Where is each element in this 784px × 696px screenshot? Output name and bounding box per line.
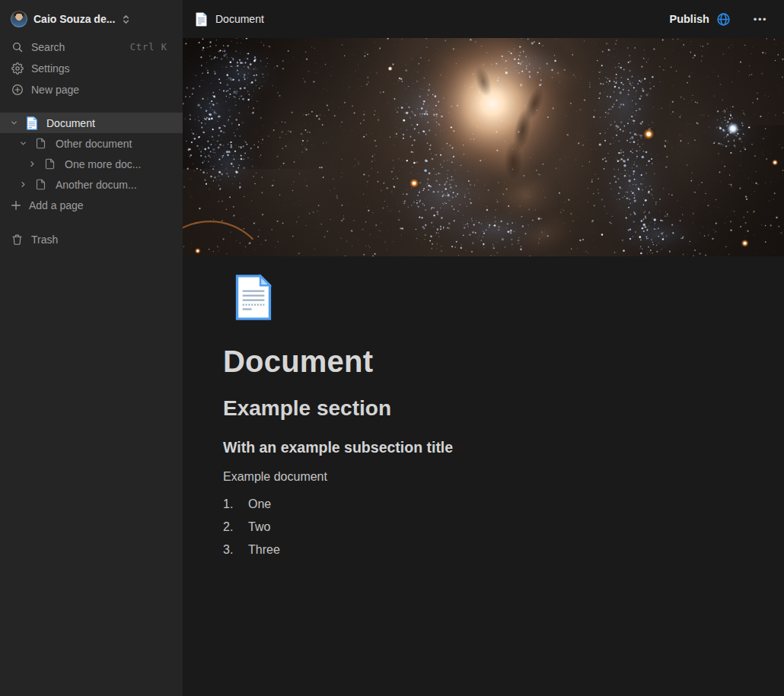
- user-avatar: [11, 11, 27, 27]
- globe-icon: [716, 12, 731, 27]
- page-title[interactable]: Document: [223, 345, 784, 379]
- trash-button[interactable]: Trash: [0, 229, 183, 250]
- tree-item-label: Another docum...: [56, 179, 137, 191]
- publish-button[interactable]: Publish: [669, 12, 730, 27]
- app-window: Caio Souza de... Search Ctrl K Settings: [0, 0, 784, 696]
- sidebar-item-label: Settings: [31, 62, 70, 75]
- page-icon: [44, 157, 58, 171]
- tree-item-label: One more doc...: [65, 158, 141, 170]
- chevron-right-icon[interactable]: [17, 179, 29, 191]
- list-item[interactable]: 2. Two: [223, 516, 784, 539]
- list-marker: 1.: [223, 497, 248, 511]
- sidebar-item-label: Search: [31, 41, 65, 53]
- chevron-right-icon[interactable]: [26, 158, 38, 170]
- chevron-down-icon[interactable]: [8, 117, 20, 129]
- page-content: Document Example section With an example…: [183, 256, 784, 561]
- list-marker: 3.: [223, 543, 248, 557]
- search-shortcut: Ctrl K: [130, 42, 177, 52]
- list-item-text: Three: [248, 543, 280, 557]
- list-item[interactable]: 1. One: [223, 493, 784, 516]
- chevron-up-down-icon: [121, 14, 131, 25]
- page-icon: [35, 177, 49, 192]
- paragraph-text[interactable]: Example document: [223, 470, 784, 484]
- page-icon: [35, 136, 49, 151]
- galaxy-cover-canvas: [183, 38, 784, 256]
- search-icon: [11, 41, 24, 54]
- tree-item-label: Other document: [56, 138, 132, 150]
- sidebar-item-settings[interactable]: Settings: [0, 58, 183, 79]
- gear-icon: [11, 62, 24, 75]
- subsection-heading[interactable]: With an example subsection title: [223, 439, 784, 456]
- plus-icon: [9, 199, 22, 211]
- trash-label: Trash: [31, 234, 58, 246]
- tree-item-other-document[interactable]: Other document: [0, 133, 183, 154]
- tree-item-document[interactable]: Document: [0, 113, 183, 133]
- list-marker: 2.: [223, 520, 248, 534]
- topbar-page-title[interactable]: Document: [215, 13, 264, 25]
- main-area: Document Publish ••• Document Example se…: [183, 0, 784, 696]
- workspace-name: Caio Souza de...: [33, 13, 115, 25]
- tree-item-one-more-doc[interactable]: One more doc...: [0, 154, 183, 174]
- add-page-button[interactable]: Add a page: [0, 195, 183, 215]
- list-item-text: One: [248, 497, 271, 511]
- sidebar-item-new-page[interactable]: New page: [0, 79, 183, 100]
- cover-image[interactable]: [183, 38, 784, 256]
- more-options-icon[interactable]: •••: [754, 14, 767, 24]
- sidebar-item-search[interactable]: Search Ctrl K: [0, 37, 183, 58]
- section-heading[interactable]: Example section: [223, 396, 784, 421]
- tree-item-label: Document: [46, 117, 95, 129]
- plus-circle-icon: [11, 84, 24, 97]
- topbar: Document Publish •••: [183, 0, 784, 38]
- document-icon: [195, 12, 208, 27]
- trash-icon: [11, 234, 24, 246]
- publish-label: Publish: [669, 13, 709, 25]
- tree-item-another-document[interactable]: Another docum...: [0, 174, 183, 195]
- chevron-down-icon[interactable]: [17, 138, 29, 150]
- ordered-list: 1. One 2. Two 3. Three: [223, 493, 784, 561]
- page-tree: Document Other document One more doc..: [0, 113, 183, 215]
- add-page-label: Add a page: [29, 199, 84, 211]
- sidebar: Caio Souza de... Search Ctrl K Settings: [0, 0, 183, 696]
- document-icon[interactable]: [232, 274, 275, 321]
- workspace-switcher[interactable]: Caio Souza de...: [0, 8, 183, 30]
- list-item-text: Two: [248, 520, 270, 534]
- sidebar-menu: Search Ctrl K Settings New page: [0, 37, 183, 100]
- document-icon: [26, 116, 40, 130]
- list-item[interactable]: 3. Three: [223, 539, 784, 561]
- sidebar-item-label: New page: [31, 84, 79, 96]
